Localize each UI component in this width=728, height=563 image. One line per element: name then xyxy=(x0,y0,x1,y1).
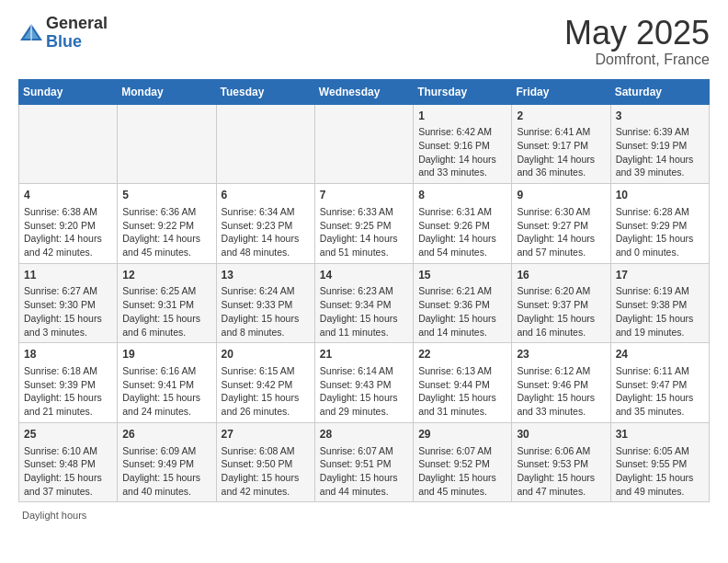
day-detail: and 42 minutes. xyxy=(24,246,112,259)
calendar-cell: 22Sunrise: 6:13 AMSunset: 9:44 PMDayligh… xyxy=(414,343,512,423)
day-detail: Sunset: 9:46 PM xyxy=(517,378,605,392)
day-detail: and 29 minutes. xyxy=(320,405,408,419)
day-detail: Sunset: 9:55 PM xyxy=(616,457,704,471)
day-detail: Sunset: 9:16 PM xyxy=(418,139,506,153)
day-number: 21 xyxy=(320,347,408,362)
day-detail: Sunrise: 6:30 AM xyxy=(517,205,605,219)
day-detail: Sunset: 9:22 PM xyxy=(122,219,210,233)
day-detail: Sunrise: 6:05 AM xyxy=(616,444,704,458)
day-detail: and 44 minutes. xyxy=(320,485,408,499)
day-detail: Daylight: 15 hours xyxy=(320,391,408,405)
day-number: 2 xyxy=(517,109,605,124)
day-detail: Sunset: 9:44 PM xyxy=(418,378,506,392)
day-detail: Sunset: 9:41 PM xyxy=(122,378,210,392)
day-detail: Daylight: 15 hours xyxy=(616,391,704,405)
calendar-cell: 23Sunrise: 6:12 AMSunset: 9:46 PMDayligh… xyxy=(512,343,610,423)
day-detail: Sunset: 9:17 PM xyxy=(517,139,605,153)
calendar-cell: 31Sunrise: 6:05 AMSunset: 9:55 PMDayligh… xyxy=(610,422,709,502)
day-detail: Sunset: 9:53 PM xyxy=(517,457,605,471)
day-number: 26 xyxy=(122,427,210,442)
weekday-header: Tuesday xyxy=(216,79,314,104)
day-detail: and 35 minutes. xyxy=(616,405,704,419)
day-detail: and 16 minutes. xyxy=(517,326,605,339)
day-detail: and 42 minutes. xyxy=(222,485,310,499)
calendar-cell: 24Sunrise: 6:11 AMSunset: 9:47 PMDayligh… xyxy=(610,343,709,423)
day-detail: Daylight: 15 hours xyxy=(222,471,310,485)
day-detail: and 8 minutes. xyxy=(222,326,310,339)
logo: General Blue xyxy=(18,15,108,52)
day-detail: and 6 minutes. xyxy=(122,326,210,339)
day-detail: Sunrise: 6:39 AM xyxy=(616,125,704,139)
day-detail: and 0 minutes. xyxy=(616,246,704,259)
day-detail: Daylight: 15 hours xyxy=(122,471,210,485)
day-detail: Sunset: 9:23 PM xyxy=(222,219,310,233)
day-detail: and 39 minutes. xyxy=(616,166,704,179)
day-detail: and 45 minutes. xyxy=(418,485,506,499)
day-number: 6 xyxy=(222,188,310,203)
day-detail: Sunrise: 6:42 AM xyxy=(418,125,506,139)
calendar-cell xyxy=(314,104,413,184)
day-detail: Daylight: 14 hours xyxy=(222,232,310,246)
day-detail: and 57 minutes. xyxy=(517,246,605,259)
calendar-cell: 26Sunrise: 6:09 AMSunset: 9:49 PMDayligh… xyxy=(118,422,216,502)
calendar-cell: 6Sunrise: 6:34 AMSunset: 9:23 PMDaylight… xyxy=(216,184,314,264)
day-detail: and 19 minutes. xyxy=(616,326,704,339)
day-number: 13 xyxy=(222,268,310,283)
day-detail: Daylight: 15 hours xyxy=(24,312,112,326)
day-detail: Sunrise: 6:20 AM xyxy=(517,284,605,298)
day-detail: Daylight: 15 hours xyxy=(320,471,408,485)
day-detail: Sunrise: 6:07 AM xyxy=(320,444,408,458)
day-number: 1 xyxy=(418,109,506,124)
day-detail: Sunset: 9:49 PM xyxy=(122,457,210,471)
weekday-header: Thursday xyxy=(414,79,512,104)
calendar-header: SundayMondayTuesdayWednesdayThursdayFrid… xyxy=(19,79,710,104)
day-detail: Sunrise: 6:27 AM xyxy=(24,284,112,298)
day-detail: Daylight: 15 hours xyxy=(320,312,408,326)
day-detail: Sunset: 9:30 PM xyxy=(24,298,112,312)
day-detail: Sunrise: 6:41 AM xyxy=(517,125,605,139)
day-number: 5 xyxy=(122,188,210,203)
day-number: 27 xyxy=(222,427,310,442)
day-number: 24 xyxy=(616,347,704,362)
month-title: May 2025 xyxy=(564,15,710,52)
day-detail: Sunset: 9:25 PM xyxy=(320,219,408,233)
day-detail: Sunrise: 6:36 AM xyxy=(122,205,210,219)
calendar-cell: 11Sunrise: 6:27 AMSunset: 9:30 PMDayligh… xyxy=(19,263,118,343)
day-detail: Daylight: 15 hours xyxy=(122,312,210,326)
calendar-cell: 17Sunrise: 6:19 AMSunset: 9:38 PMDayligh… xyxy=(610,263,709,343)
weekday-header: Monday xyxy=(118,79,216,104)
day-number: 31 xyxy=(616,427,704,442)
day-number: 30 xyxy=(517,427,605,442)
day-number: 15 xyxy=(418,268,506,283)
day-detail: and 31 minutes. xyxy=(418,405,506,419)
calendar-week-row: 11Sunrise: 6:27 AMSunset: 9:30 PMDayligh… xyxy=(19,263,710,343)
logo-text: General Blue xyxy=(46,15,108,52)
calendar-table: SundayMondayTuesdayWednesdayThursdayFrid… xyxy=(18,79,710,503)
calendar-body: 1Sunrise: 6:42 AMSunset: 9:16 PMDaylight… xyxy=(19,104,710,502)
day-detail: Sunrise: 6:12 AM xyxy=(517,364,605,378)
day-detail: Daylight: 14 hours xyxy=(122,232,210,246)
day-detail: Daylight: 14 hours xyxy=(418,232,506,246)
calendar-week-row: 25Sunrise: 6:10 AMSunset: 9:48 PMDayligh… xyxy=(19,422,710,502)
calendar-cell: 25Sunrise: 6:10 AMSunset: 9:48 PMDayligh… xyxy=(19,422,118,502)
calendar-cell: 29Sunrise: 6:07 AMSunset: 9:52 PMDayligh… xyxy=(414,422,512,502)
day-detail: Sunset: 9:39 PM xyxy=(24,378,112,392)
calendar-cell: 10Sunrise: 6:28 AMSunset: 9:29 PMDayligh… xyxy=(610,184,709,264)
day-detail: Daylight: 15 hours xyxy=(24,471,112,485)
calendar-cell: 14Sunrise: 6:23 AMSunset: 9:34 PMDayligh… xyxy=(314,263,413,343)
day-detail: Sunset: 9:37 PM xyxy=(517,298,605,312)
day-detail: Sunset: 9:48 PM xyxy=(24,457,112,471)
calendar-cell: 13Sunrise: 6:24 AMSunset: 9:33 PMDayligh… xyxy=(216,263,314,343)
day-detail: Sunset: 9:26 PM xyxy=(418,219,506,233)
day-detail: Daylight: 14 hours xyxy=(320,232,408,246)
day-detail: Sunset: 9:34 PM xyxy=(320,298,408,312)
day-number: 16 xyxy=(517,268,605,283)
day-detail: Sunrise: 6:16 AM xyxy=(122,364,210,378)
day-detail: and 45 minutes. xyxy=(122,246,210,259)
calendar-week-row: 4Sunrise: 6:38 AMSunset: 9:20 PMDaylight… xyxy=(19,184,710,264)
day-detail: Sunset: 9:42 PM xyxy=(222,378,310,392)
day-number: 18 xyxy=(24,347,112,362)
calendar-cell: 2Sunrise: 6:41 AMSunset: 9:17 PMDaylight… xyxy=(512,104,610,184)
calendar-cell: 1Sunrise: 6:42 AMSunset: 9:16 PMDaylight… xyxy=(414,104,512,184)
day-detail: Sunrise: 6:06 AM xyxy=(517,444,605,458)
